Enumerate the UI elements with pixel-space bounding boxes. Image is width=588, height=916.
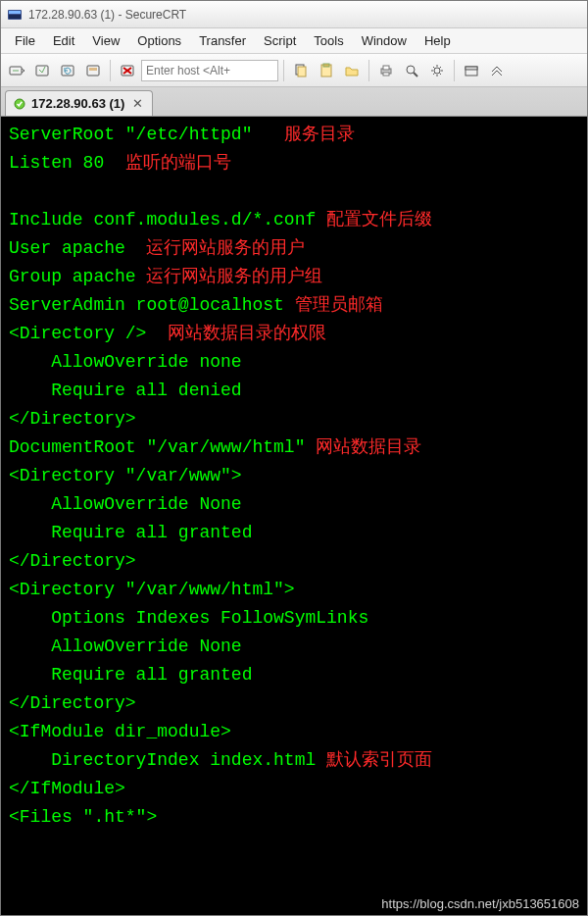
titlebar: 172.28.90.63 (1) - SecureCRT — [1, 1, 587, 28]
menu-script[interactable]: Script — [256, 30, 304, 51]
connected-status-icon — [14, 98, 25, 110]
more-icon[interactable] — [485, 59, 509, 82]
quick-connect-icon[interactable] — [30, 59, 54, 82]
menu-transfer[interactable]: Transfer — [191, 30, 254, 51]
svg-rect-7 — [89, 68, 97, 71]
terminal[interactable]: ServerRoot "/etc/httpd" 服务目录Listen 80 监听… — [1, 117, 587, 915]
toolbar-separator — [283, 60, 284, 81]
toolbar-separator — [454, 60, 455, 81]
svg-rect-14 — [323, 64, 329, 67]
svg-rect-4 — [36, 66, 48, 76]
svg-point-20 — [434, 68, 440, 74]
svg-rect-1 — [9, 11, 21, 14]
close-tab-icon[interactable]: ✕ — [130, 97, 144, 111]
menu-edit[interactable]: Edit — [45, 30, 82, 51]
svg-rect-16 — [383, 66, 389, 70]
window-title: 172.28.90.63 (1) - SecureCRT — [28, 8, 186, 22]
window: 172.28.90.63 (1) - SecureCRT File Edit V… — [0, 0, 588, 916]
menubar: File Edit View Options Transfer Script T… — [1, 28, 587, 54]
app-icon — [7, 7, 23, 23]
new-tab-icon[interactable] — [460, 59, 483, 82]
watermark: https://blog.csdn.net/jxb513651608 — [381, 896, 579, 911]
toolbar-separator — [368, 60, 369, 81]
menu-tools[interactable]: Tools — [306, 30, 351, 51]
folder-icon[interactable] — [340, 59, 364, 82]
settings-icon[interactable] — [425, 59, 449, 82]
svg-rect-22 — [466, 67, 477, 70]
session-tab[interactable]: 172.28.90.63 (1) ✕ — [5, 90, 153, 116]
session-icon[interactable] — [81, 59, 105, 82]
tab-label: 172.28.90.63 (1) — [31, 96, 124, 111]
menu-window[interactable]: Window — [354, 30, 415, 51]
svg-rect-2 — [9, 15, 21, 19]
print-icon[interactable] — [374, 59, 398, 82]
find-icon[interactable] — [400, 59, 423, 82]
menu-view[interactable]: View — [84, 30, 127, 51]
host-input[interactable] — [141, 60, 278, 81]
svg-rect-12 — [298, 67, 306, 76]
svg-line-19 — [414, 73, 417, 76]
svg-point-18 — [407, 66, 415, 74]
toolbar-separator — [110, 60, 111, 81]
toolbar — [1, 54, 587, 87]
tabbar: 172.28.90.63 (1) ✕ — [1, 87, 587, 117]
disconnect-icon[interactable] — [116, 59, 139, 82]
terminal-content: ServerRoot "/etc/httpd" 服务目录Listen 80 监听… — [9, 121, 579, 832]
menu-options[interactable]: Options — [129, 30, 189, 51]
connect-icon[interactable] — [5, 59, 28, 82]
menu-file[interactable]: File — [7, 30, 43, 51]
paste-icon[interactable] — [315, 59, 338, 82]
reconnect-icon[interactable] — [56, 59, 79, 82]
copy-icon[interactable] — [289, 59, 313, 82]
svg-rect-17 — [383, 73, 389, 76]
menu-help[interactable]: Help — [416, 30, 459, 51]
